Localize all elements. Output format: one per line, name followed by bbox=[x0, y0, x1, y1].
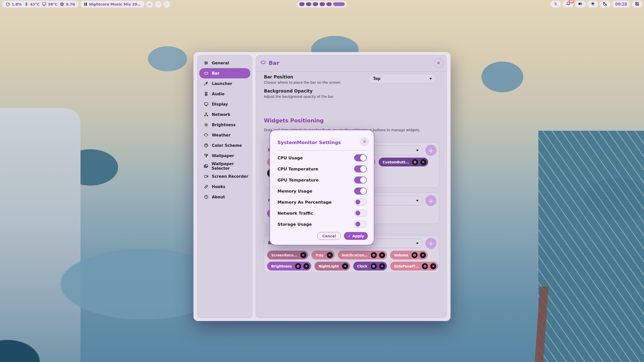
toggle-row-memory-as-percentage: Memory As Percentage bbox=[277, 197, 367, 208]
widget-chip-clock[interactable]: Clock⚙✕ bbox=[353, 262, 387, 270]
remove-icon[interactable]: ✕ bbox=[430, 263, 436, 269]
sidebar-item-display[interactable]: Display bbox=[199, 99, 250, 109]
remove-icon[interactable]: ✕ bbox=[420, 159, 426, 165]
toggle-switch[interactable] bbox=[354, 188, 367, 195]
remove-icon[interactable]: ✕ bbox=[303, 263, 309, 269]
gallery-icon bbox=[204, 164, 208, 169]
sidebar-item-bar[interactable]: Bar bbox=[199, 68, 250, 78]
cancel-button[interactable]: Cancel bbox=[317, 232, 341, 240]
add-widget-button[interactable]: + bbox=[425, 195, 436, 206]
stat-monitor: 38°C bbox=[42, 2, 57, 7]
remove-icon[interactable]: ✕ bbox=[379, 252, 385, 258]
toggle-switch[interactable] bbox=[354, 154, 367, 161]
workspace-indicator[interactable] bbox=[297, 1, 347, 8]
sidebar-item-wallpaper-selector[interactable]: Wallpaper Selector bbox=[199, 161, 250, 171]
sidebar-item-screen-recorder[interactable]: Screen Recorder bbox=[199, 171, 250, 182]
sidebar-item-label: Wallpaper bbox=[212, 154, 234, 158]
remove-icon[interactable]: ✕ bbox=[379, 263, 385, 269]
sidebar-item-about[interactable]: About bbox=[199, 192, 250, 202]
remove-icon[interactable]: ✕ bbox=[300, 252, 306, 258]
widget-chip-notification[interactable]: Notification…⚙✕ bbox=[338, 251, 387, 259]
chip-label: Brightness bbox=[271, 264, 292, 268]
widget-chip-sidepanelt[interactable]: SidePanelT…⚙✕ bbox=[390, 262, 438, 270]
toggle-label: Storage Usage bbox=[277, 222, 312, 227]
stat-value: 9.7G bbox=[66, 2, 75, 6]
toggle-switch[interactable] bbox=[354, 221, 367, 228]
toggle-switch[interactable] bbox=[354, 165, 367, 172]
widget-chip-custombutt[interactable]: CustomButt…⚙✕ bbox=[379, 158, 428, 166]
sidebar-item-color-scheme[interactable]: Color Scheme bbox=[199, 140, 250, 151]
remove-icon[interactable]: ✕ bbox=[327, 252, 333, 258]
workspace-dot-5[interactable] bbox=[327, 2, 332, 6]
wallpaper-bush bbox=[0, 322, 75, 362]
gear-icon[interactable]: ⚙ bbox=[371, 252, 377, 258]
nightlight-button[interactable] bbox=[600, 1, 610, 8]
sidebar-item-brightness[interactable]: Brightness bbox=[199, 120, 250, 130]
sidebar-item-label: Bar bbox=[212, 71, 219, 76]
add-widget-button[interactable]: + bbox=[425, 238, 436, 249]
widget-chip-tray[interactable]: Tray✕ bbox=[311, 251, 335, 259]
bar-oval-icon bbox=[260, 59, 266, 66]
bar-position-dropdown[interactable]: Top bbox=[369, 74, 436, 83]
gear-icon[interactable]: ⚙ bbox=[412, 159, 418, 165]
check-icon: ✓ bbox=[348, 234, 351, 238]
stat-gauge: 1.8% bbox=[6, 2, 22, 7]
sidebar-item-weather[interactable]: Weather bbox=[199, 130, 250, 140]
clock-pill[interactable]: 00:28 bbox=[612, 1, 630, 8]
chip-label: CustomButt… bbox=[383, 160, 409, 164]
chip-label: Tray bbox=[315, 253, 324, 257]
bar-position-label: Bar Position bbox=[264, 74, 293, 79]
sidebar-item-wallpaper[interactable]: Wallpaper bbox=[199, 151, 250, 161]
link-icon bbox=[204, 184, 209, 189]
modal-close-button[interactable]: ✕ bbox=[360, 137, 369, 146]
window-close-button[interactable]: ✕ bbox=[434, 58, 443, 68]
toggle-label: Memory Usage bbox=[277, 189, 312, 194]
sidebar-item-label: Display bbox=[212, 102, 228, 107]
chip-icon bbox=[60, 2, 64, 7]
sidebar-item-label: Screen Recorder bbox=[212, 174, 248, 179]
network-icon bbox=[204, 112, 209, 117]
widget-chip-volume[interactable]: Volume⚙✕ bbox=[390, 251, 428, 259]
media-pill[interactable]: Nightcore Music Mix 20… bbox=[81, 1, 144, 8]
skull-button[interactable]: ☠ bbox=[146, 1, 153, 8]
plus-icon: + bbox=[428, 197, 434, 205]
chip-label: SidePanelT… bbox=[394, 264, 419, 268]
gear-icon[interactable]: ⚙ bbox=[412, 252, 418, 258]
widget-chip-screenreco[interactable]: ScreenReco…✕ bbox=[267, 251, 308, 259]
widget-chip-brightness[interactable]: Brightness⚙✕ bbox=[267, 262, 311, 270]
stat-value: 1.8% bbox=[12, 2, 22, 6]
sidebar-item-hooks[interactable]: Hooks bbox=[199, 182, 250, 192]
volume-button[interactable] bbox=[575, 1, 586, 8]
updates-button[interactable] bbox=[550, 1, 561, 8]
gear-icon[interactable]: ⚙ bbox=[371, 263, 377, 269]
gear-icon[interactable]: ⚙ bbox=[295, 263, 301, 269]
sliders-icon bbox=[204, 61, 209, 66]
workspace-dot-2[interactable] bbox=[306, 2, 311, 6]
toggle-switch[interactable] bbox=[354, 210, 367, 217]
remove-icon[interactable]: ✕ bbox=[342, 263, 348, 269]
workspace-dot-6[interactable] bbox=[333, 2, 345, 6]
sidebar-item-label: Color Scheme bbox=[212, 143, 242, 148]
toggle-switch[interactable] bbox=[354, 176, 367, 184]
notifications-button[interactable]: 10 bbox=[563, 1, 573, 8]
sidebar-item-launcher[interactable]: Launcher bbox=[199, 78, 250, 89]
widget-chip-nightlight[interactable]: NightLight✕ bbox=[314, 262, 350, 270]
brightness-button[interactable] bbox=[587, 1, 598, 8]
heart-button[interactable]: ♡ bbox=[164, 1, 170, 8]
workspace-dot-4[interactable] bbox=[320, 2, 325, 6]
heart-button[interactable]: ♡ bbox=[155, 1, 162, 8]
workspace-dot-1[interactable] bbox=[299, 2, 305, 6]
toggle-switch[interactable] bbox=[354, 199, 367, 206]
add-widget-button[interactable]: + bbox=[425, 145, 436, 156]
sidebar-item-general[interactable]: General bbox=[199, 58, 250, 68]
apply-button[interactable]: ✓ Apply bbox=[344, 232, 368, 240]
sidebar-item-network[interactable]: Network bbox=[199, 109, 250, 120]
gear-icon[interactable]: ⚙ bbox=[422, 263, 428, 269]
workspace-dot-3[interactable] bbox=[313, 2, 318, 6]
remove-icon[interactable]: ✕ bbox=[420, 252, 426, 258]
toggle-row-storage-usage: Storage Usage bbox=[277, 219, 367, 230]
system-stats-pill[interactable]: 1.8%43°C38°C9.7G bbox=[2, 1, 79, 8]
monitor-icon bbox=[42, 2, 47, 7]
sidebar-item-audio[interactable]: Audio bbox=[199, 89, 250, 99]
overview-button[interactable] bbox=[632, 1, 642, 8]
